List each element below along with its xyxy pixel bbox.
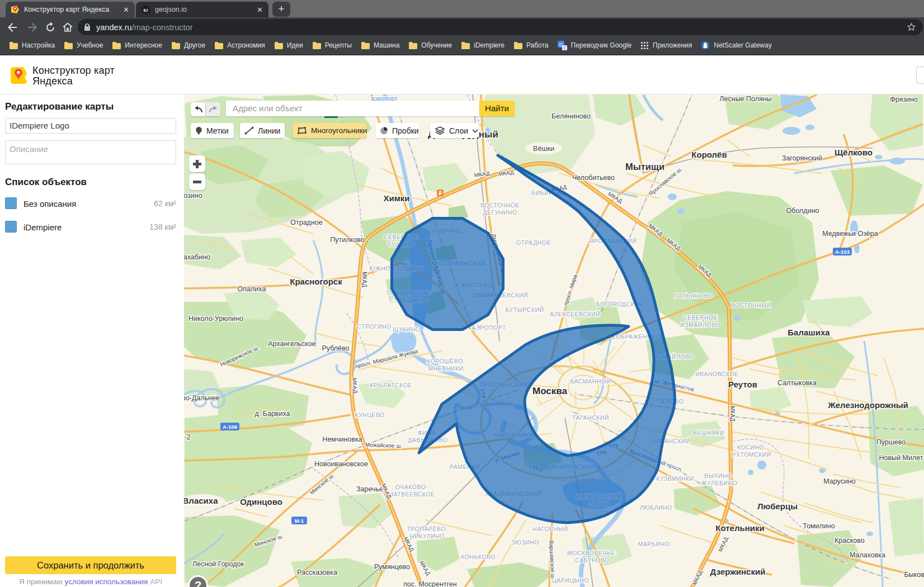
svg-text:Вёшки: Вёшки (533, 145, 554, 153)
svg-text:МАРЬИНО: МАРЬИНО (638, 541, 670, 547)
svg-text:Новоивановское: Новоивановское (314, 460, 368, 468)
svg-text:А-103: А-103 (835, 249, 850, 255)
svg-text:СЕВЕРНОЕ: СЕВЕРНОЕ (683, 314, 718, 321)
svg-text:МКАД: МКАД (361, 272, 367, 287)
svg-text:Мытищи: Мытищи (625, 162, 664, 172)
svg-text:пос. Мосрентген: пос. Мосрентген (403, 580, 456, 587)
svg-text:Немчиновка: Немчиновка (322, 435, 362, 443)
svg-text:Балашиха: Балашиха (788, 328, 830, 337)
svg-text:Медвежьи Озёра: Медвежьи Озёра (822, 230, 878, 238)
svg-text:КОНЬКОВО: КОНЬКОВО (461, 553, 496, 560)
svg-text:УХТОМСКИЙ: УХТОМСКИЙ (732, 451, 771, 458)
svg-text:МКАД: МКАД (729, 406, 736, 422)
svg-text:Оболдино: Оболдино (786, 207, 819, 215)
svg-text:НАГОРНЫЙ: НАГОРНЫЙ (532, 526, 568, 532)
svg-text:ЦАРИЦЫНО: ЦАРИЦЫНО (552, 577, 589, 584)
svg-text:ЗЮЗИНО: ЗЮЗИНО (511, 539, 539, 546)
svg-text:Отрадное: Отрадное (290, 219, 323, 226)
svg-text:ИЗМАЙЛОВО: ИЗМАЙЛОВО (680, 321, 720, 328)
svg-text:КУЗЬМИНКИ: КУЗЬМИНКИ (656, 475, 694, 482)
svg-text:ЖУЛЕБИНО: ЖУЛЕБИНО (701, 480, 737, 486)
svg-text:ЛЮБЛИНО: ЛЮБЛИНО (640, 504, 672, 511)
svg-text:ХОРОШЁВО-: ХОРОШЁВО- (426, 358, 465, 364)
svg-text:АЭРОПОРТ: АЭРОПОРТ (472, 324, 506, 331)
svg-text:ОЧАКОВО-: ОЧАКОВО- (395, 484, 428, 490)
svg-text:Пуршево: Пуршево (876, 438, 906, 446)
svg-text:Можайское ш.: Можайское ш. (365, 442, 402, 449)
svg-text:ТРОПАРЁВО-: ТРОПАРЁВО- (407, 526, 447, 532)
svg-text:Королёв: Королёв (691, 150, 727, 159)
svg-text:ОТРАДНОЕ: ОТРАДНОЕ (516, 239, 551, 246)
svg-text:Архангельское: Архангельское (268, 340, 316, 348)
svg-text:А-106: А-106 (223, 424, 237, 430)
svg-text:Загорянский: Загорянский (782, 154, 822, 162)
svg-text:Путилково: Путилково (330, 236, 364, 244)
svg-text:Лесной Городок: Лесной Городок (192, 560, 244, 568)
svg-text:₽: ₽ (439, 191, 442, 196)
svg-text:Красногорск: Красногорск (290, 277, 342, 286)
svg-text:Опалиха: Опалиха (238, 285, 266, 293)
svg-text:НИКУЛИНО: НИКУЛИНО (410, 533, 445, 539)
svg-text:Рублёво: Рублёво (322, 344, 349, 352)
svg-text:-2: -2 (184, 433, 190, 441)
svg-text:Челобитьево: Челобитьево (572, 174, 615, 182)
svg-text:озино: озино (184, 192, 202, 200)
svg-text:ахабино: ахабино (184, 253, 210, 261)
svg-text:МНЁВНИКИ: МНЁВНИКИ (428, 365, 463, 372)
svg-text:ЩУКИНО: ЩУКИНО (393, 326, 421, 333)
svg-text:АЛЕКСЕЕВСКИЙ: АЛЕКСЕЕВСКИЙ (550, 311, 600, 318)
svg-text:ВЫХИНО-: ВЫХИНО- (704, 472, 734, 479)
svg-text:САБУРОВО: САБУРОВО (575, 557, 609, 564)
svg-text:МКАД: МКАД (351, 378, 358, 394)
svg-text:6J: 6J (144, 8, 148, 12)
svg-text:ИВАНОВСКОЕ: ИВАНОВСКОЕ (695, 371, 738, 377)
svg-text:ВЕШНЯКИ: ВЕШНЯКИ (693, 429, 724, 436)
svg-text:Лесные Поляны: Лесные Поляны (719, 95, 771, 103)
svg-text:Николо-Урюпино: Николо-Урюпино (188, 315, 243, 323)
svg-text:ВОСТОЧНОЕ: ВОСТОЧНОЕ (480, 202, 520, 209)
svg-text:Рассказовка: Рассказовка (297, 569, 337, 576)
svg-text:Фрязино: Фрязино (890, 96, 918, 103)
svg-text:МОСКВОРЕЧЬЕ-: МОСКВОРЕЧЬЕ- (567, 550, 617, 556)
svg-text:Румянцево: Румянцево (374, 563, 410, 571)
svg-text:МАТВЕЕВСКОЕ: МАТВЕЕВСКОЕ (388, 491, 435, 498)
svg-text:Дзержинский: Дзержинский (710, 567, 766, 576)
svg-text:КРЫЛАТСКОЕ: КРЫЛАТСКОЕ (370, 382, 412, 389)
svg-text:Реутов: Реутов (728, 380, 757, 389)
svg-text:М-1: М-1 (295, 518, 304, 524)
svg-text:Новый Милет: Новый Милет (879, 454, 923, 462)
svg-text:ВОСТОЧНЫЙ: ВОСТОЧНЫЙ (731, 302, 771, 309)
svg-text:КОСИНО-: КОСИНО- (737, 444, 766, 451)
svg-text:文: 文 (563, 45, 567, 50)
svg-text:Марусино: Марусино (823, 477, 856, 485)
svg-text:Беляниново: Беляниново (551, 112, 591, 120)
svg-text:ТАГАНСКИЙ: ТАГАНСКИЙ (572, 414, 609, 421)
svg-text:Салтыковка: Салтыковка (777, 379, 817, 387)
svg-text:БУТЫРСКИЙ: БУТЫРСКИЙ (505, 306, 544, 313)
svg-text:ГОЛЬЯНОВО: ГОЛЬЯНОВО (674, 292, 713, 299)
svg-text:Малаховка: Малаховка (850, 551, 885, 559)
svg-text:д. Барвиха: д. Барвиха (254, 410, 290, 418)
svg-text:Щёлково: Щёлково (835, 148, 873, 157)
svg-text:Одинцово: Одинцово (240, 497, 282, 506)
svg-text:Красково: Красково (835, 537, 864, 545)
svg-text:БАСМАННЫЙ: БАСМАННЫЙ (570, 378, 611, 385)
svg-text:во-Дальнее: во-Дальнее (184, 394, 220, 402)
svg-text:ДЕГУНИНО: ДЕГУНИНО (483, 209, 517, 216)
svg-text:Химки: Химки (383, 193, 409, 203)
svg-text:КУНЦЕВО: КУНЦЕВО (355, 411, 385, 418)
svg-text:Быково: Быково (904, 571, 924, 579)
svg-text:Железнодорожный: Железнодорожный (827, 400, 908, 410)
svg-text:Заречье: Заречье (356, 485, 383, 493)
svg-text:Томилино: Томилино (803, 522, 835, 530)
svg-text:Люберцы: Люберцы (757, 501, 798, 511)
svg-text:Москва: Москва (532, 386, 568, 396)
svg-text:Власиха: Власиха (184, 496, 218, 505)
svg-text:Котельники: Котельники (715, 523, 764, 533)
svg-text:СТРОГИНО: СТРОГИНО (357, 323, 392, 330)
